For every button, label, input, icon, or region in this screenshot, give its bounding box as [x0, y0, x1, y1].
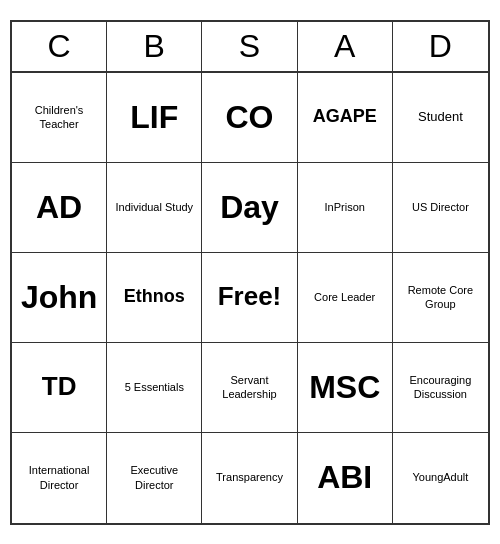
cell-text-r2-c3: Core Leader: [314, 290, 375, 304]
cell-r4-c0: International Director: [12, 433, 107, 523]
cell-text-r1-c2: Day: [220, 188, 279, 226]
cell-r4-c1: Executive Director: [107, 433, 202, 523]
cell-text-r0-c2: CO: [225, 98, 273, 136]
cell-text-r4-c1: Executive Director: [111, 463, 197, 492]
header-a: A: [298, 22, 393, 71]
cell-r0-c2: CO: [202, 73, 297, 163]
cell-text-r3-c3: MSC: [309, 368, 380, 406]
cell-r0-c3: AGAPE: [298, 73, 393, 163]
cell-r1-c1: Individual Study: [107, 163, 202, 253]
cell-r2-c4: Remote Core Group: [393, 253, 488, 343]
cell-text-r2-c0: John: [21, 278, 97, 316]
header-row: CBSAD: [12, 22, 488, 73]
header-b: B: [107, 22, 202, 71]
cell-text-r3-c2: Servant Leadership: [206, 373, 292, 402]
cell-text-r1-c1: Individual Study: [115, 200, 193, 214]
cell-r3-c0: TD: [12, 343, 107, 433]
header-c: C: [12, 22, 107, 71]
cell-text-r4-c0: International Director: [16, 463, 102, 492]
cell-text-r4-c4: YoungAdult: [412, 470, 468, 484]
cell-text-r1-c3: InPrison: [325, 200, 365, 214]
cell-r1-c0: AD: [12, 163, 107, 253]
header-s: S: [202, 22, 297, 71]
cell-r3-c2: Servant Leadership: [202, 343, 297, 433]
cell-text-r2-c1: Ethnos: [124, 286, 185, 308]
cell-text-r3-c1: 5 Essentials: [125, 380, 184, 394]
cell-text-r0-c4: Student: [418, 109, 463, 125]
cell-text-r4-c3: ABI: [317, 458, 372, 496]
cell-r2-c3: Core Leader: [298, 253, 393, 343]
cell-text-r0-c3: AGAPE: [313, 106, 377, 128]
cell-r3-c4: Encouraging Discussion: [393, 343, 488, 433]
cell-r3-c3: MSC: [298, 343, 393, 433]
cell-text-r3-c4: Encouraging Discussion: [397, 373, 484, 402]
cell-text-r1-c0: AD: [36, 188, 82, 226]
cell-r1-c3: InPrison: [298, 163, 393, 253]
bingo-grid: Children's TeacherLIFCOAGAPEStudentADInd…: [12, 73, 488, 523]
cell-text-r4-c2: Transparency: [216, 470, 283, 484]
cell-r0-c4: Student: [393, 73, 488, 163]
header-d: D: [393, 22, 488, 71]
cell-r0-c0: Children's Teacher: [12, 73, 107, 163]
cell-r0-c1: LIF: [107, 73, 202, 163]
cell-r2-c2: Free!: [202, 253, 297, 343]
cell-r1-c4: US Director: [393, 163, 488, 253]
cell-r2-c0: John: [12, 253, 107, 343]
cell-r4-c2: Transparency: [202, 433, 297, 523]
cell-r4-c3: ABI: [298, 433, 393, 523]
cell-r2-c1: Ethnos: [107, 253, 202, 343]
cell-r3-c1: 5 Essentials: [107, 343, 202, 433]
cell-text-r1-c4: US Director: [412, 200, 469, 214]
cell-r1-c2: Day: [202, 163, 297, 253]
cell-text-r2-c2: Free!: [218, 281, 282, 312]
cell-text-r3-c0: TD: [42, 371, 77, 402]
cell-r4-c4: YoungAdult: [393, 433, 488, 523]
cell-text-r0-c1: LIF: [130, 98, 178, 136]
bingo-card: CBSAD Children's TeacherLIFCOAGAPEStuden…: [10, 20, 490, 525]
cell-text-r0-c0: Children's Teacher: [16, 103, 102, 132]
cell-text-r2-c4: Remote Core Group: [397, 283, 484, 312]
